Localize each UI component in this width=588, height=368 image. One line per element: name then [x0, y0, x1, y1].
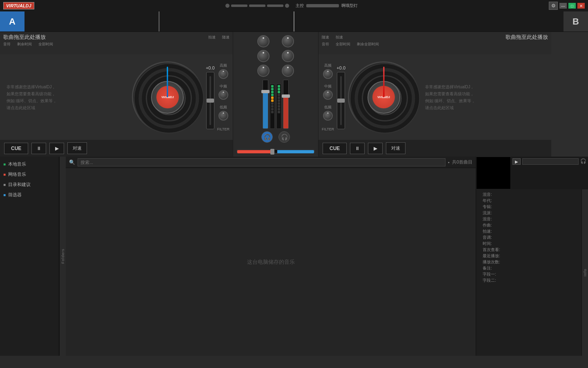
svg-rect-2: [294, 11, 564, 31]
deck-b-pitch-value: +0.0: [336, 65, 345, 70]
deck-b-pause-button[interactable]: ⏸: [350, 143, 365, 154]
deck-a-play-icon: ▶: [55, 146, 59, 151]
close-button[interactable]: ✕: [577, 3, 585, 9]
status-dot-1: [225, 4, 229, 8]
mixer-eq-left-high[interactable]: [257, 35, 270, 47]
sidebar-item-local-music[interactable]: ■ 本地音乐: [0, 159, 59, 169]
channel-b-fader-track[interactable]: [283, 80, 289, 129]
sidebar-item-filter[interactable]: ■ 筛选器: [0, 190, 59, 200]
crossfader[interactable]: [237, 149, 314, 153]
deck-b-eq-low-knob[interactable]: [323, 111, 333, 121]
sidebar-item-directories[interactable]: ■ 目录和建议: [0, 180, 59, 190]
light-label: 啊哦型灯: [341, 3, 358, 9]
directories-icon: ■: [3, 182, 6, 187]
status-dot-2: [285, 4, 289, 8]
mixer-eq-right-mid[interactable]: [282, 50, 294, 62]
maximize-button[interactable]: □: [568, 3, 576, 9]
deck-b-controls: CUE ⏸ ▶ 对速: [318, 140, 551, 157]
info-panel: 混音: 年代: 专辑: 流派:: [479, 189, 578, 286]
headphone-a-button[interactable]: 🎧: [261, 131, 273, 143]
deck-b-eq: 高频 中频 低频 FILTER: [322, 59, 334, 135]
deck-b-eq-low-label: 低频: [324, 105, 332, 110]
preview-controls: ▶ 🎧: [511, 157, 588, 189]
info-row-play-count: 播放次数:: [483, 259, 575, 265]
waveform-left[interactable]: [24, 11, 294, 31]
deck-a-turntable[interactable]: VirtualDJ: [132, 61, 203, 133]
deck-b-extra-info[interactable]: 非常感谢您选择VirtualDJ， 如果您需要查看高级功能， 例如:循环、切点、…: [422, 80, 548, 114]
deck-a-controls: CUE ⏸ ▶ 对速: [0, 140, 233, 157]
search-icon: 🔍: [69, 159, 75, 165]
sidebar-item-network-music[interactable]: ■ 网络音乐: [0, 169, 59, 180]
preview-headphone-icon[interactable]: 🎧: [580, 158, 586, 164]
info-row-field2: 字段二:: [483, 278, 575, 283]
folder-tab-label: Folders: [61, 249, 65, 264]
deck-b-eq-high-knob[interactable]: [323, 69, 333, 79]
deck-b-pitch-slider[interactable]: [337, 72, 345, 129]
deck-a-info: 歌曲拖至此处播放 拍速 随速 音符 剩余时间 全部时间: [0, 32, 233, 54]
deck-a-filter-label: FILTER: [217, 127, 229, 131]
preview-track[interactable]: [522, 158, 579, 165]
master-label: 主控: [296, 3, 304, 9]
settings-button[interactable]: ⚙: [549, 2, 558, 10]
info-row-field1: 字段一:: [483, 272, 575, 277]
deck-a-total-label: 全部时间: [38, 42, 53, 47]
deck-a-eq-low-knob[interactable]: [218, 111, 228, 121]
empty-message: 这台电脑储存的音乐: [247, 258, 295, 266]
deck-b-eq-mid-label: 中频: [324, 84, 332, 89]
waveform-right[interactable]: [294, 11, 564, 31]
local-music-icon: ■: [3, 162, 6, 166]
master-level: [306, 4, 339, 7]
deck-b-tab[interactable]: B: [564, 11, 588, 31]
deck-a-pitch-slider[interactable]: [206, 72, 214, 129]
folder-tab[interactable]: Folders: [59, 157, 66, 356]
deck-b-filter-label: FILTER: [322, 127, 334, 131]
deck-a: 歌曲拖至此处播放 拍速 随速 音符 剩余时间 全部时间 非常感谢您选择Virtu…: [0, 32, 233, 157]
deck-b-play-button[interactable]: ▶: [368, 143, 383, 154]
deck-b-align-button[interactable]: 对速: [386, 142, 405, 154]
deck-a-eq-high-knob[interactable]: [218, 69, 228, 79]
deck-b-eq-mid-knob[interactable]: [323, 90, 333, 100]
deck-a-eq-mid-knob[interactable]: [218, 90, 228, 100]
info-row-album: 专辑:: [483, 204, 575, 210]
mixer-eq-left-mid[interactable]: [257, 50, 270, 62]
info-row-time: 时间:: [483, 241, 575, 247]
info-row-key: 音调:: [483, 235, 575, 240]
track-count: 共0首曲目: [452, 159, 472, 165]
crossfader-fill-blue: [277, 150, 314, 153]
deck-b-bpm-label: 随速: [322, 35, 329, 40]
channel-b-fader: [283, 80, 289, 129]
deck-b-turntable[interactable]: VirtualDJ: [348, 61, 419, 133]
preview-area: ▶ 🎧: [476, 157, 588, 189]
headphone-b-button[interactable]: 🎧: [278, 131, 290, 143]
deck-a-align-button[interactable]: 对速: [67, 142, 87, 154]
minimize-button[interactable]: —: [559, 3, 567, 9]
info-row-year: 年代:: [483, 198, 575, 204]
mixer-eq-right-high[interactable]: [282, 35, 294, 47]
deck-b-cue-button[interactable]: CUE: [323, 143, 347, 154]
search-input[interactable]: [78, 158, 445, 166]
mixer-eq-left-low[interactable]: [257, 65, 270, 77]
crossfader-handle[interactable]: [270, 149, 274, 155]
bullet-dot: •: [448, 160, 450, 165]
deck-b-pause-icon: ⏸: [355, 146, 360, 151]
mixer-eq-right-low[interactable]: [282, 65, 294, 77]
deck-a-tab[interactable]: A: [0, 11, 24, 31]
info-tab[interactable]: Info: [581, 189, 588, 356]
channel-a-fader-track[interactable]: [263, 80, 268, 129]
deck-b-play-icon: ▶: [374, 146, 377, 151]
deck-a-extra-info[interactable]: 非常感谢您选择VirtualDJ， 如果您需要查看高级功能， 例如:循环、切点、…: [3, 80, 129, 114]
search-bar: 🔍 • 共0首曲目: [66, 157, 476, 168]
preview-play-button[interactable]: ▶: [512, 158, 521, 165]
titlebar: VIRTUALDJ 主控 啊哦型灯 ⚙ — □ ✕: [0, 0, 588, 11]
vu-meter-left: [270, 84, 275, 129]
deck-a-play-button[interactable]: ▶: [49, 143, 64, 154]
vu-meter-right: [276, 84, 281, 129]
deck-a-pause-button[interactable]: ⏸: [31, 143, 46, 154]
deck-b-random-label: 拍速: [336, 35, 343, 40]
info-row-last-played: 最近播放:: [483, 253, 575, 259]
deck-a-key-label: 音符: [3, 42, 11, 47]
deck-a-cue-button[interactable]: CUE: [4, 143, 28, 154]
network-music-icon: ■: [3, 172, 6, 177]
file-list[interactable]: 这台电脑储存的音乐: [66, 168, 476, 356]
sidebar-item-filter-label: 筛选器: [8, 192, 22, 198]
